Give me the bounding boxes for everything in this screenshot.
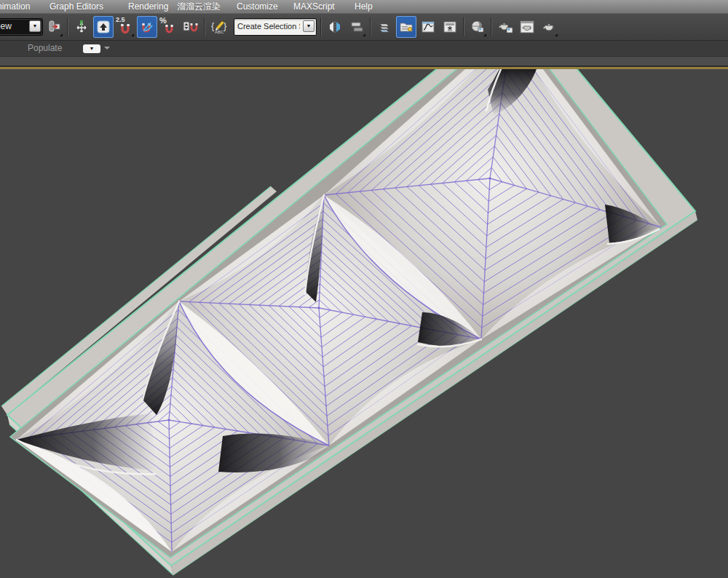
schematic-view-button[interactable] (440, 16, 460, 38)
toolbar-separator (67, 17, 68, 36)
material-editor-icon (470, 20, 485, 34)
selection-set-value: Create Selection Set (237, 22, 300, 31)
flyout-corner-icon (483, 33, 486, 36)
render-setup-button[interactable] (495, 16, 515, 38)
edit-named-selection-sets-icon: { } ABC (210, 19, 229, 35)
menu-rendering[interactable]: Rendering (124, 0, 173, 13)
toolbar-separator (320, 17, 322, 36)
toolbar-separator (491, 17, 492, 36)
ribbon-lower-strip (0, 57, 728, 66)
menu-bar: Animation Graph Editors Rendering 溜溜云渲染 … (0, 0, 728, 13)
rendered-frame-window-icon (519, 20, 535, 34)
toolbar-separator (463, 17, 464, 36)
layer-manager-button[interactable] (374, 16, 395, 38)
snap-magnet-icon (118, 22, 132, 36)
percent-label: % (159, 16, 167, 25)
3dsmax-window: { "menu_bar": { "items": ["Animation", "… (0, 0, 728, 578)
flyout-corner-icon (60, 33, 63, 36)
menu-help[interactable]: Help (350, 0, 377, 13)
spinner-snap-icon (183, 20, 199, 34)
snap-mode-label: 2.5 (116, 16, 125, 23)
perspective-viewport[interactable] (0, 69, 728, 578)
svg-text:ABC: ABC (215, 30, 224, 34)
up-arrow-icon (96, 20, 111, 34)
curve-editor-button[interactable] (418, 16, 438, 38)
spinner-snap-toggle[interactable] (181, 16, 201, 38)
angle-snap-icon (140, 20, 154, 34)
ribbon-minimize-toggle[interactable]: ▼ (83, 44, 100, 53)
edit-named-selection-sets-button[interactable]: { } ABC (208, 16, 232, 38)
scene-explorer-icon (399, 20, 414, 34)
reference-coordinate-dropdown[interactable]: View ▼ (0, 18, 43, 36)
flyout-corner-icon (131, 33, 134, 36)
scene-explorer-toggle[interactable] (396, 16, 416, 38)
align-button[interactable] (347, 16, 367, 38)
chevron-down-icon[interactable]: ▼ (29, 20, 41, 32)
main-toolbar: View ▼ 2.5 (0, 13, 728, 41)
flyout-corner-icon (555, 33, 558, 36)
angle-snap-toggle[interactable] (137, 16, 157, 38)
render-setup-icon (497, 20, 513, 34)
select-and-manipulate-button[interactable] (71, 16, 92, 38)
chevron-down-icon[interactable]: ▼ (303, 20, 314, 32)
keyboard-shortcut-override-toggle[interactable] (93, 16, 114, 38)
use-pivot-point-center-button[interactable] (44, 16, 64, 38)
render-production-icon (541, 20, 557, 34)
menu-maxscript[interactable]: MAXScript (289, 0, 339, 13)
toolbar-separator (370, 17, 371, 36)
ribbon-tab-populate[interactable]: Populate (28, 43, 62, 53)
mirror-icon (328, 20, 342, 34)
vault-model-render (0, 69, 728, 578)
toolbar-separator (204, 17, 205, 36)
percent-snap-toggle[interactable]: % (159, 16, 179, 38)
coordinate-dropdown-value: View (0, 21, 12, 31)
chevron-down-icon[interactable] (104, 47, 110, 50)
named-selection-set-dropdown[interactable]: Create Selection Set ▼ (234, 18, 317, 36)
snaps-toggle-button[interactable]: 2.5 (115, 16, 135, 38)
render-production-button[interactable] (539, 16, 559, 38)
mirror-button[interactable] (325, 16, 345, 38)
select-and-manipulate-icon (74, 20, 89, 34)
schematic-view-icon (443, 20, 457, 34)
curve-editor-icon (421, 20, 435, 34)
menu-animation[interactable]: Animation (0, 0, 34, 13)
layer-manager-icon (377, 20, 392, 34)
material-editor-button[interactable] (467, 16, 488, 38)
rendered-frame-window-button[interactable] (517, 16, 537, 38)
align-icon (349, 20, 364, 34)
svg-text:}: } (223, 20, 227, 31)
pivot-point-center-icon (47, 20, 61, 34)
menu-customize[interactable]: Customize (232, 0, 282, 13)
menu-graph-editors[interactable]: Graph Editors (45, 0, 108, 13)
flyout-corner-icon (363, 33, 365, 36)
ribbon-bar: Populate ▼ (0, 41, 728, 57)
menu-cloud-render-plugin[interactable]: 溜溜云渲染 (173, 0, 225, 13)
